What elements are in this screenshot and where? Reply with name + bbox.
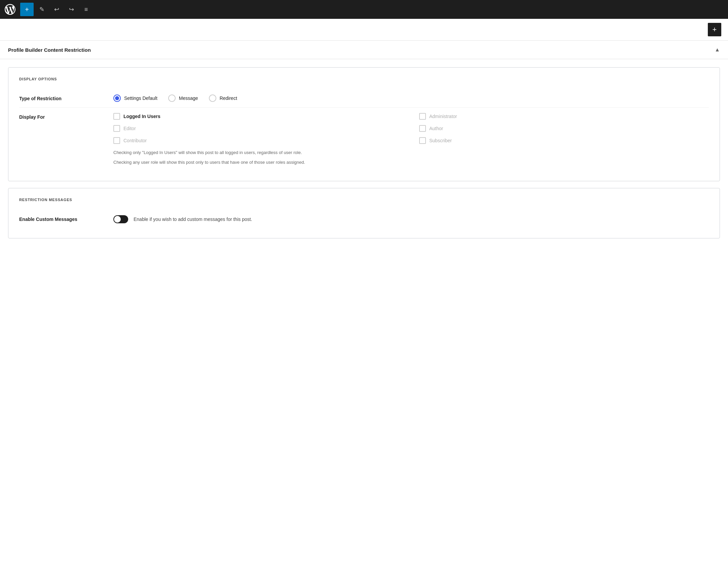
display-for-row: Display For Logged In Users Administrato… — [19, 107, 709, 171]
checkbox-grid: Logged In Users Administrator Editor Aut… — [113, 113, 709, 144]
checkbox-box-contributor — [113, 137, 120, 144]
enable-custom-messages-row: Enable Custom Messages Enable if you wis… — [19, 210, 709, 229]
checkbox-logged-in[interactable]: Logged In Users — [113, 113, 403, 120]
checkbox-box-administrator — [419, 113, 426, 120]
checkbox-box-logged-in — [113, 113, 120, 120]
section-title-bar: Profile Builder Content Restriction ▲ — [0, 41, 728, 59]
radio-circle-redirect — [209, 94, 216, 102]
enable-custom-messages-content: Enable if you wish to add custom message… — [113, 215, 709, 223]
checkbox-label-administrator: Administrator — [429, 114, 457, 119]
display-for-help-text-2: Checking any user role will show this po… — [113, 159, 709, 166]
menu-button[interactable]: ≡ — [79, 3, 93, 16]
enable-custom-messages-description: Enable if you wish to add custom message… — [134, 217, 252, 222]
add-block-toolbar-button[interactable]: + — [20, 3, 34, 16]
enable-custom-messages-label: Enable Custom Messages — [19, 215, 113, 222]
display-options-panel: DISPLAY OPTIONS Type of Restriction Sett… — [8, 67, 720, 181]
top-bar: + — [0, 19, 728, 41]
toolbar: + ✎ ↩ ↪ ≡ — [0, 0, 728, 19]
enable-custom-messages-toggle[interactable] — [113, 215, 128, 223]
main-content: DISPLAY OPTIONS Type of Restriction Sett… — [0, 59, 728, 246]
collapse-button[interactable]: ▲ — [715, 47, 720, 53]
radio-redirect[interactable]: Redirect — [209, 94, 237, 102]
redo-button[interactable]: ↪ — [65, 3, 78, 16]
display-options-label: DISPLAY OPTIONS — [19, 77, 709, 81]
checkbox-administrator[interactable]: Administrator — [419, 113, 709, 120]
checkbox-box-editor — [113, 125, 120, 132]
checkbox-contributor[interactable]: Contributor — [113, 137, 403, 144]
restriction-messages-label: RESTRICTION MESSAGES — [19, 198, 709, 202]
radio-circle-message — [168, 94, 176, 102]
radio-label-redirect: Redirect — [220, 96, 237, 101]
radio-label-message: Message — [179, 96, 198, 101]
wp-logo — [3, 2, 17, 17]
type-of-restriction-label: Type of Restriction — [19, 94, 113, 101]
radio-message[interactable]: Message — [168, 94, 198, 102]
display-for-label: Display For — [19, 113, 113, 120]
checkbox-label-editor: Editor — [123, 126, 136, 131]
display-for-options: Logged In Users Administrator Editor Aut… — [113, 113, 709, 166]
radio-label-settings-default: Settings Default — [124, 96, 157, 101]
radio-group: Settings Default Message Redirect — [113, 94, 709, 102]
checkbox-label-subscriber: Subscriber — [429, 138, 452, 143]
checkbox-author[interactable]: Author — [419, 125, 709, 132]
radio-settings-default[interactable]: Settings Default — [113, 94, 157, 102]
radio-circle-settings-default — [113, 94, 121, 102]
section-title: Profile Builder Content Restriction — [8, 47, 91, 53]
checkbox-label-author: Author — [429, 126, 443, 131]
display-for-help-text-1: Checking only "Logged In Users" will sho… — [113, 149, 709, 156]
checkbox-box-author — [419, 125, 426, 132]
checkbox-subscriber[interactable]: Subscriber — [419, 137, 709, 144]
restriction-messages-panel: RESTRICTION MESSAGES Enable Custom Messa… — [8, 188, 720, 238]
add-block-top-button[interactable]: + — [708, 23, 721, 36]
checkbox-editor[interactable]: Editor — [113, 125, 403, 132]
undo-button[interactable]: ↩ — [50, 3, 63, 16]
checkbox-label-contributor: Contributor — [123, 138, 147, 143]
checkbox-box-subscriber — [419, 137, 426, 144]
wordpress-icon — [5, 4, 15, 15]
type-of-restriction-row: Type of Restriction Settings Default Mes… — [19, 89, 709, 107]
type-of-restriction-options: Settings Default Message Redirect — [113, 94, 709, 102]
checkbox-label-logged-in: Logged In Users — [123, 114, 160, 119]
edit-button[interactable]: ✎ — [35, 3, 48, 16]
